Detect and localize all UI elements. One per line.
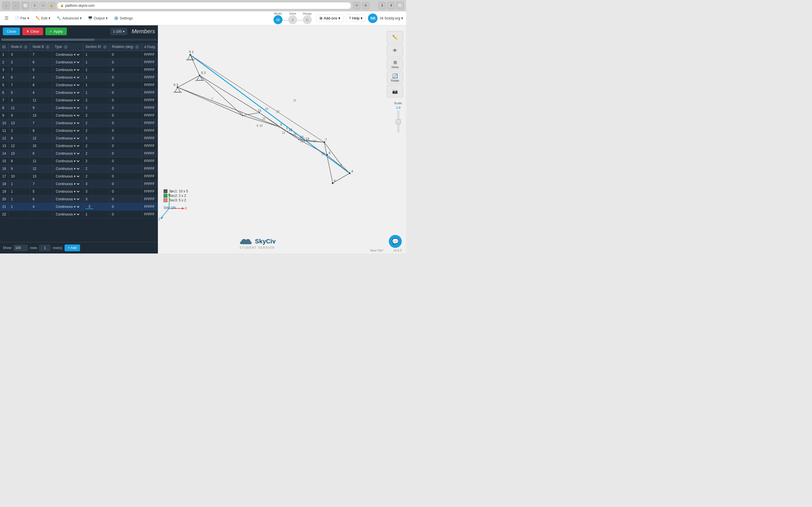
cell-section-id[interactable]: 2 <box>83 150 110 158</box>
cell-type[interactable]: Continuous ▾ Fixed-Fixed Pin-Pin <box>52 211 83 218</box>
rows-per-page-input[interactable] <box>13 245 28 251</box>
cell-type[interactable]: Continuous ▾ Fixed-Fixed Pin-Pin <box>52 173 83 180</box>
type-info-icon[interactable]: i <box>64 45 68 49</box>
close-button[interactable]: Close <box>3 27 20 35</box>
nav-advanced[interactable]: 🔧 Advanced ▾ <box>54 14 85 22</box>
cell-section-id[interactable]: 3 <box>83 195 110 203</box>
info-icon[interactable]: ℹ <box>31 2 38 9</box>
cell-section-id[interactable]: 1 <box>83 89 110 97</box>
cell-type[interactable]: Continuous ▾ Fixed-Fixed Pin-Pin <box>52 66 83 74</box>
cell-section-id[interactable]: 1 <box>83 66 110 74</box>
type-select[interactable]: Continuous ▾ Fixed-Fixed Pin-Pin <box>55 136 80 140</box>
address-bar[interactable]: 🔒 platform.skyciv.com <box>57 2 351 9</box>
nav-output[interactable]: 🖥️ Output ▾ <box>85 14 110 22</box>
cell-node-a[interactable] <box>8 211 30 218</box>
cell-node-b[interactable] <box>30 211 52 218</box>
cell-type[interactable]: Continuous ▾ Fixed-Fixed Pin-Pin <box>52 150 83 158</box>
page-number-input[interactable] <box>39 245 50 251</box>
solve-button[interactable]: S <box>288 15 297 24</box>
download-icon[interactable]: ⬇ <box>378 2 386 9</box>
cell-section-id[interactable]: 2 <box>83 165 110 173</box>
node-b-info-icon[interactable]: i <box>46 45 50 49</box>
cell-section-id[interactable] <box>83 203 110 211</box>
type-select[interactable]: Continuous ▾ Fixed-Fixed Pin-Pin <box>55 166 80 171</box>
model-button[interactable]: M <box>273 15 283 24</box>
type-select[interactable]: Continuous ▾ Fixed-Fixed Pin-Pin <box>55 75 80 80</box>
cell-type[interactable]: Continuous ▾ Fixed-Fixed Pin-Pin <box>52 195 83 203</box>
type-select[interactable]: Continuous ▾ Fixed-Fixed Pin-Pin <box>55 60 80 64</box>
cell-type[interactable]: Continuous ▾ Fixed-Fixed Pin-Pin <box>52 59 83 66</box>
node-a-info-icon[interactable]: i <box>24 45 28 49</box>
cell-type[interactable]: Continuous ▾ Fixed-Fixed Pin-Pin <box>52 51 83 59</box>
type-select[interactable]: Continuous ▾ Fixed-Fixed Pin-Pin <box>55 174 80 179</box>
lock-icon[interactable]: 🔒 <box>48 2 55 9</box>
camera-button[interactable]: 📷 <box>387 85 403 98</box>
cell-type[interactable]: Continuous ▾ Fixed-Fixed Pin-Pin <box>52 89 83 97</box>
clear-button[interactable]: ✕ Clear <box>22 27 43 35</box>
type-select[interactable]: Continuous ▾ Fixed-Fixed Pin-Pin <box>55 91 80 95</box>
eye-tool-button[interactable]: 👁 <box>387 45 403 57</box>
cell-type[interactable]: Continuous ▾ Fixed-Fixed Pin-Pin <box>52 97 83 104</box>
cell-type[interactable]: Continuous ▾ Fixed-Fixed Pin-Pin <box>52 165 83 173</box>
addons-button[interactable]: ⊞ Add-ons ▾ <box>316 14 343 22</box>
cell-section-id[interactable]: 2 <box>83 119 110 127</box>
help-button[interactable]: ? Help ▾ <box>346 14 366 22</box>
chat-button[interactable]: 💬 <box>389 235 402 248</box>
cell-type[interactable]: Continuous ▾ Fixed-Fixed Pin-Pin <box>52 188 83 195</box>
nav-edit[interactable]: ✏️ Edit ▾ <box>33 14 53 22</box>
row-range-select[interactable]: 1-100 ▾ <box>110 28 127 35</box>
cell-type[interactable]: Continuous ▾ Fixed-Fixed Pin-Pin <box>52 127 83 135</box>
members-table-container[interactable]: ID Node A i Node B i Type i Section ID i… <box>0 43 158 242</box>
type-select[interactable]: Continuous ▾ Fixed-Fixed Pin-Pin <box>55 68 80 72</box>
cell-section-id[interactable]: 2 <box>83 97 110 104</box>
cell-section-id[interactable]: 2 <box>83 104 110 112</box>
design-button[interactable]: D <box>303 15 312 24</box>
cell-section-id[interactable]: 3 <box>83 188 110 195</box>
type-select[interactable]: Continuous ▾ Fixed-Fixed Pin-Pin <box>55 83 80 87</box>
cell-type[interactable]: Continuous ▾ Fixed-Fixed Pin-Pin <box>52 142 83 150</box>
section-id-input[interactable] <box>86 205 93 209</box>
cell-section-id[interactable]: 1 <box>83 211 110 218</box>
settings-button[interactable]: ⚙ <box>362 2 369 9</box>
cell-type[interactable]: Continuous ▾ Fixed-Fixed Pin-Pin <box>52 81 83 89</box>
horizontal-scrollbar[interactable] <box>1 39 157 41</box>
cell-type[interactable]: Continuous ▾ Fixed-Fixed Pin-Pin <box>52 158 83 165</box>
cell-section-id[interactable]: 1 <box>83 51 110 59</box>
back-button[interactable]: ‹ <box>2 2 10 10</box>
cell-section-id[interactable]: 1 <box>83 59 110 66</box>
window-icon[interactable]: ⬜ <box>396 2 404 9</box>
type-select[interactable]: Continuous ▾ Fixed-Fixed Pin-Pin <box>55 182 80 186</box>
cell-section-id[interactable]: 1 <box>83 81 110 89</box>
type-select[interactable]: Continuous ▾ Fixed-Fixed Pin-Pin <box>55 205 80 209</box>
nav-settings[interactable]: ⚙️ Settings <box>111 14 136 22</box>
cell-section-id[interactable]: 2 <box>83 158 110 165</box>
tab-button[interactable]: ⬜ <box>21 2 29 10</box>
rotation-info-icon[interactable]: i <box>135 45 139 49</box>
forward-button[interactable]: › <box>12 2 20 10</box>
add-button[interactable]: + Add <box>64 244 80 251</box>
type-select[interactable]: Continuous ▾ Fixed-Fixed Pin-Pin <box>55 113 80 118</box>
type-select[interactable]: Continuous ▾ Fixed-Fixed Pin-Pin <box>55 106 80 110</box>
share-icon[interactable]: ⬆ <box>388 2 395 9</box>
hamburger-menu[interactable]: ☰ <box>3 14 10 22</box>
cell-type[interactable]: Continuous ▾ Fixed-Fixed Pin-Pin <box>52 180 83 188</box>
nav-file[interactable]: 📄 File ▾ <box>12 14 32 22</box>
cell-type[interactable]: Continuous ▾ Fixed-Fixed Pin-Pin <box>52 203 83 211</box>
cell-type[interactable]: Continuous ▾ Fixed-Fixed Pin-Pin <box>52 104 83 112</box>
section-id-info-icon[interactable]: i <box>103 45 107 49</box>
user-name[interactable]: Hi Scioly.org ▾ <box>380 16 403 20</box>
cell-type[interactable]: Continuous ▾ Fixed-Fixed Pin-Pin <box>52 119 83 127</box>
cell-section-id[interactable]: 2 <box>83 135 110 142</box>
type-select[interactable]: Continuous ▾ Fixed-Fixed Pin-Pin <box>55 98 80 103</box>
type-select[interactable]: Continuous ▾ Fixed-Fixed Pin-Pin <box>55 212 80 217</box>
type-select[interactable]: Continuous ▾ Fixed-Fixed Pin-Pin <box>55 128 80 133</box>
type-select[interactable]: Continuous ▾ Fixed-Fixed Pin-Pin <box>55 189 80 194</box>
cell-section-id[interactable]: 3 <box>83 180 110 188</box>
cell-section-id[interactable]: 2 <box>83 112 110 119</box>
views-button[interactable]: ⊞ Views <box>387 58 403 70</box>
type-select[interactable]: Continuous ▾ Fixed-Fixed Pin-Pin <box>55 144 80 148</box>
cell-section-id[interactable]: 1 <box>83 74 110 81</box>
cell-section-id[interactable]: 2 <box>83 173 110 180</box>
apply-button[interactable]: ✓ Apply <box>45 27 67 35</box>
cell-type[interactable]: Continuous ▾ Fixed-Fixed Pin-Pin <box>52 74 83 81</box>
